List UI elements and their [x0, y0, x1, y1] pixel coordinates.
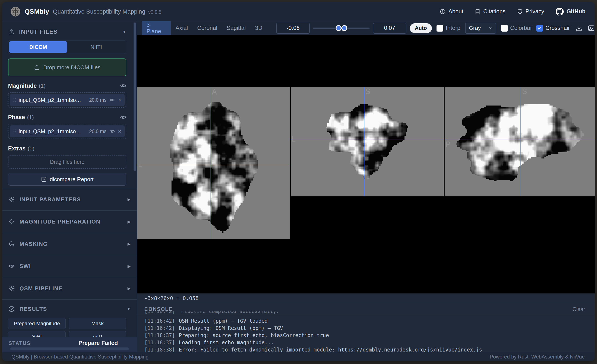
crosshair-vertical — [364, 87, 364, 196]
input-files-header[interactable]: INPUT FILES ▼ — [8, 28, 126, 36]
brain-logo-icon — [11, 7, 20, 16]
dicom-dropzone-label: Drop more DICOM files — [43, 64, 101, 71]
tab-3-plane[interactable]: 3-Plane — [142, 20, 171, 37]
screen: QSMbly Quantitative Susceptibility Mappi… — [0, 0, 597, 364]
section-label: INPUT PARAMETERS — [19, 196, 81, 203]
intensity-range-slider[interactable] — [313, 23, 369, 34]
chevron-right-icon: ▶ — [127, 264, 131, 269]
nav-citations[interactable]: Citations — [475, 8, 505, 15]
magnitude-visibility-toggle[interactable] — [120, 83, 126, 89]
colormap-select[interactable]: Gray — [465, 23, 496, 34]
nav-github[interactable]: GitHub — [556, 8, 586, 16]
remove-file-icon[interactable]: × — [118, 97, 121, 103]
console-log[interactable]: [11:16:42]QSM Result (ppm) – TGV loaded … — [137, 315, 595, 352]
dicom-dropzone[interactable]: Drop more DICOM files — [8, 58, 126, 76]
drag-handle-icon[interactable] — [13, 97, 16, 102]
header-nav: About Citations Privacy GitHub — [440, 8, 586, 16]
viewer-toolbar: 3-Plane Axial Coronal Sagittal 3D Auto I… — [137, 21, 595, 35]
magnitude-file-list: input_QSM_p2_1mmIso_TE2... 20.0 ms × — [8, 92, 126, 108]
eye-icon[interactable] — [110, 97, 115, 103]
extras-dropzone-label: Drag files here — [50, 159, 85, 165]
colorbar-control: Colorbar — [501, 25, 532, 31]
sidebar-item-qsm-pipeline[interactable]: QSM PIPELINE ▶ — [2, 277, 137, 299]
main-area: 3-Plane Axial Coronal Sagittal 3D Auto I… — [137, 21, 595, 352]
extras-count: (0) — [28, 145, 35, 152]
sidebar-item-input-parameters[interactable]: INPUT PARAMETERS ▶ — [2, 188, 137, 210]
nav-about[interactable]: About — [440, 8, 463, 15]
gear-icon — [8, 285, 15, 292]
checkbox-check-icon — [41, 176, 47, 182]
sidebar-item-swi[interactable]: SWI ▶ — [2, 255, 137, 277]
screenshot-image-icon[interactable] — [588, 24, 595, 32]
magnitude-label: Magnitude — [8, 83, 37, 89]
console-header: CONSOLE Clear [11:16:42] Pipeline comple… — [137, 303, 595, 315]
dicompare-report-button[interactable]: dicompare Report — [8, 173, 126, 186]
sparkle-icon — [8, 218, 15, 225]
interp-checkbox[interactable] — [437, 25, 443, 31]
section-label: MAGNITUDE PREPARATION — [19, 218, 101, 225]
extras-dropzone[interactable]: Drag files here — [8, 155, 126, 169]
status-label: STATUS — [8, 340, 31, 346]
crosshair-vertical — [520, 87, 521, 196]
sidebar-item-magnitude-preparation[interactable]: MAGNITUDE PREPARATION ▶ — [2, 210, 137, 233]
github-icon — [556, 8, 564, 16]
phase-group-header: Phase (1) — [8, 113, 126, 121]
axial-panel[interactable]: A L — [137, 87, 290, 239]
console-line: [11:18:37]Preparing: source=first_echo, … — [144, 332, 595, 339]
collapse-caret-icon[interactable]: ▼ — [122, 30, 126, 34]
result-button-prepared-magnitude[interactable]: Prepared Magnitude — [8, 318, 66, 329]
chevron-right-icon: ▶ — [127, 197, 131, 202]
eye-icon[interactable] — [110, 129, 115, 134]
sidebar-item-results[interactable]: RESULTS ▼ — [2, 299, 137, 315]
orientation-label-posterior: P — [445, 140, 450, 149]
console-line: [11:18:37]Loading first echo magnitude..… — [144, 339, 595, 346]
chevron-right-icon: ▶ — [127, 241, 131, 246]
phase-count: (1) — [27, 114, 34, 121]
colormap-value: Gray — [469, 25, 481, 31]
min-intensity-input[interactable] — [276, 23, 310, 34]
footer-left-text: QSMbly | Browser-based Quantitative Susc… — [11, 354, 149, 360]
tab-3d[interactable]: 3D — [250, 23, 267, 33]
viewer-canvas[interactable]: A L S L S P — [137, 35, 595, 294]
download-icon[interactable] — [575, 24, 582, 32]
tab-sagittal[interactable]: Sagittal — [222, 23, 250, 33]
phase-label: Phase — [8, 114, 25, 121]
sagittal-panel[interactable]: S P — [445, 87, 595, 196]
result-button-mask[interactable]: Mask — [69, 318, 126, 329]
remove-file-icon[interactable]: × — [118, 129, 121, 134]
tab-dicom[interactable]: DICOM — [9, 41, 67, 53]
phase-file-name: input_QSM_p2_1mmIso_TE2... — [19, 128, 82, 135]
moon-icon — [8, 241, 15, 247]
extras-label: Extras — [8, 145, 26, 152]
section-label: SWI — [19, 263, 31, 270]
coronal-panel[interactable]: S L — [291, 87, 444, 196]
magnitude-group-header: Magnitude (1) — [8, 82, 126, 90]
phase-file-chip[interactable]: input_QSM_p2_1mmIso_TE2... 20.0 ms × — [10, 125, 125, 137]
phase-visibility-toggle[interactable] — [120, 114, 126, 120]
slider-handle-min[interactable] — [336, 25, 342, 31]
book-icon — [475, 9, 480, 14]
tab-nifti[interactable]: NIfTI — [67, 41, 125, 53]
section-label: MASKING — [19, 241, 48, 247]
slider-handle-max[interactable] — [341, 25, 347, 31]
nav-privacy[interactable]: Privacy — [517, 8, 544, 15]
info-icon — [440, 9, 446, 14]
collapse-caret-icon: ▼ — [126, 307, 131, 311]
tab-coronal[interactable]: Coronal — [192, 23, 222, 33]
app-window: QSMbly Quantitative Susceptibility Mappi… — [2, 2, 595, 361]
auto-button[interactable]: Auto — [410, 23, 432, 33]
colorbar-checkbox[interactable] — [501, 25, 508, 31]
upload-icon — [8, 29, 15, 35]
sidebar-scrollbar[interactable] — [134, 23, 136, 171]
tab-axial[interactable]: Axial — [171, 23, 193, 33]
app-title: QSMbly — [25, 8, 49, 15]
drag-handle-icon[interactable] — [13, 129, 16, 134]
sidebar-sections: INPUT PARAMETERS ▶ MAGNITUDE PREPARATION… — [2, 188, 137, 352]
max-intensity-input[interactable] — [373, 23, 406, 34]
sidebar-item-masking[interactable]: MASKING ▶ — [2, 233, 137, 255]
interp-control: Interp — [437, 25, 460, 31]
eye-icon — [120, 83, 126, 89]
magnitude-file-chip[interactable]: input_QSM_p2_1mmIso_TE2... 20.0 ms × — [10, 94, 125, 106]
console-clear-button[interactable]: Clear — [572, 306, 585, 312]
crosshair-checkbox[interactable]: ✓ — [536, 25, 543, 31]
